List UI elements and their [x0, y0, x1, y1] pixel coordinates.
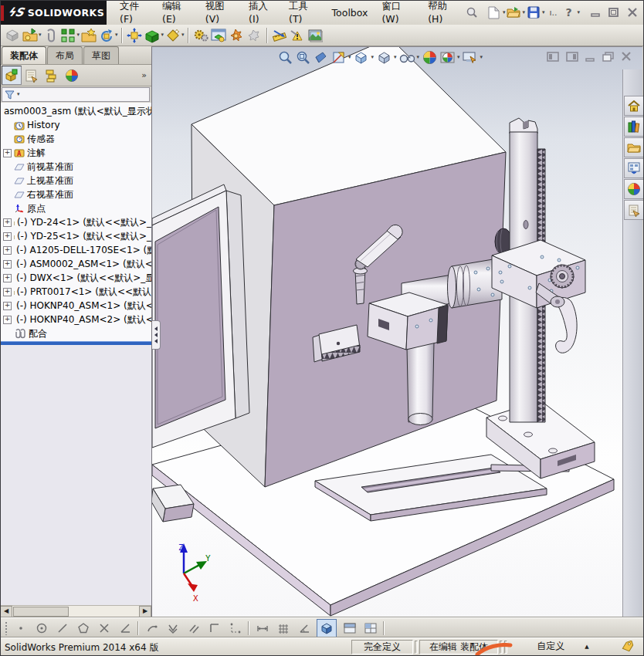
- snap-center-points-icon[interactable]: [33, 620, 49, 636]
- apply-scene-icon[interactable]: [439, 49, 455, 65]
- menu-edit[interactable]: 编辑(E): [155, 0, 198, 28]
- insert-component-icon[interactable]: [3, 26, 21, 44]
- menu-toolbox[interactable]: Toolbox: [325, 4, 375, 22]
- rotate-component-icon[interactable]: [97, 26, 115, 44]
- assembly-features-icon[interactable]: [144, 26, 161, 44]
- show-left-pane-button[interactable]: [547, 52, 559, 62]
- menu-tools[interactable]: 工具(T): [282, 0, 324, 28]
- expand-toggle[interactable]: +: [3, 260, 12, 269]
- open-document-caret[interactable]: ▾: [522, 10, 525, 15]
- tree-item-component[interactable]: + (-) HOKNP40_ASM<1> (默认<: [0, 299, 151, 313]
- expand-toggle[interactable]: +: [3, 232, 12, 241]
- snap-arc-icon[interactable]: [144, 620, 160, 636]
- monitor[interactable]: [152, 184, 249, 448]
- appearance-image-icon[interactable]: [307, 26, 324, 44]
- expand-toggle[interactable]: +: [3, 316, 12, 324]
- tab-assembly[interactable]: 装配体: [2, 46, 46, 64]
- gauge-barrel[interactable]: [407, 343, 434, 425]
- scroll-thumb[interactable]: [13, 607, 69, 617]
- configuration-manager-tab[interactable]: [42, 66, 62, 85]
- appearances-scenes-tab[interactable]: [624, 179, 644, 199]
- menu-window[interactable]: 窗口(W): [375, 0, 421, 28]
- reference-geometry-icon[interactable]: [164, 26, 181, 44]
- menu-insert[interactable]: 插入(I): [242, 0, 282, 28]
- expand-toggle[interactable]: +: [3, 302, 12, 310]
- tree-item-component[interactable]: + (-) YD-24<1> (默认<<默认>_: [0, 215, 151, 229]
- exploded-view-icon[interactable]: [228, 26, 246, 44]
- display-manager-tab[interactable]: [62, 66, 82, 85]
- close-document-button[interactable]: [621, 52, 632, 62]
- previous-view-icon[interactable]: [313, 49, 328, 65]
- manager-overflow[interactable]: »: [141, 70, 147, 80]
- tree-item-origin[interactable]: 原点: [0, 201, 151, 215]
- tree-item-component[interactable]: + (-) ASM0002_ASM<1> (默认<: [0, 257, 151, 271]
- snap-length-icon[interactable]: [254, 620, 270, 636]
- snap-tangent-icon[interactable]: [164, 620, 181, 636]
- view-settings-icon[interactable]: [463, 49, 478, 65]
- scroll-right-button[interactable]: ▶: [139, 606, 151, 617]
- status-custom[interactable]: 自定义 ▲: [509, 640, 617, 653]
- menu-help[interactable]: 帮助(H): [421, 0, 465, 28]
- view-settings-caret[interactable]: ▾: [480, 55, 483, 60]
- edit-appearance-icon[interactable]: [422, 49, 437, 65]
- snap-point-pairs-icon[interactable]: [227, 620, 243, 636]
- tree-item-component[interactable]: + (-) YD-25<1> (默认<<默认>_: [0, 229, 151, 243]
- section-view-icon[interactable]: [330, 49, 346, 65]
- menu-file[interactable]: 文件(F): [113, 0, 155, 28]
- snap-angle-icon[interactable]: [117, 620, 133, 636]
- menu-overflow-icon[interactable]: ı..: [546, 5, 560, 19]
- display-style-caret[interactable]: ▾: [394, 55, 397, 60]
- toolbar-drag-handle[interactable]: [5, 621, 8, 635]
- expand-toggle[interactable]: +: [3, 218, 12, 227]
- scroll-left-button[interactable]: ◀: [0, 606, 12, 617]
- menu-view[interactable]: 视图(V): [198, 0, 242, 28]
- snap-grid-icon[interactable]: [275, 620, 291, 636]
- mate-icon[interactable]: [42, 26, 59, 44]
- minimize-document-button[interactable]: [585, 52, 595, 62]
- tree-item-sensors[interactable]: 传感器: [0, 132, 151, 146]
- view-orientation-icon[interactable]: [354, 49, 369, 65]
- linear-component-pattern-icon[interactable]: [59, 26, 77, 44]
- help-icon[interactable]: ?: [561, 5, 575, 19]
- graphics-area[interactable]: Z Y X ▾ ▾ ▾ ▾ ▾ ▾: [152, 46, 642, 617]
- assembly-model[interactable]: Z Y X: [152, 47, 642, 617]
- tag-icon[interactable]: [621, 641, 635, 653]
- tree-item-annotations[interactable]: + A 注解: [0, 146, 151, 160]
- custom-caret[interactable]: ▲: [585, 644, 588, 650]
- split-view-button[interactable]: [341, 620, 358, 636]
- open-document-icon[interactable]: [507, 5, 520, 19]
- expand-toggle[interactable]: +: [3, 288, 12, 296]
- snap-parallel-icon[interactable]: [185, 620, 202, 636]
- property-manager-tab[interactable]: [22, 66, 42, 85]
- display-style-icon[interactable]: [376, 49, 391, 65]
- new-document-icon[interactable]: [487, 5, 501, 19]
- minimize-button[interactable]: [591, 8, 601, 17]
- component-preview-window-icon[interactable]: [210, 26, 228, 44]
- save-icon[interactable]: [527, 5, 541, 19]
- view-palette-tab[interactable]: [624, 158, 644, 178]
- feature-manager-tab[interactable]: [2, 66, 22, 85]
- tree-item-component[interactable]: + (-) A1205-DELL-170SE<1> (默: [0, 243, 151, 257]
- custom-properties-tab[interactable]: [624, 200, 644, 220]
- help-caret[interactable]: ▾: [577, 10, 580, 15]
- search-icon[interactable]: [465, 5, 478, 19]
- snap-perpendicular-icon[interactable]: [206, 620, 222, 636]
- motion-study-icon[interactable]: [192, 26, 210, 44]
- filter-caret[interactable]: ▾: [17, 92, 20, 97]
- tree-horizontal-scrollbar[interactable]: ◀ ▶: [0, 605, 151, 617]
- panel-splitter-handle[interactable]: [152, 320, 161, 350]
- viewport-grid-button[interactable]: [362, 620, 378, 636]
- open-part-icon[interactable]: [21, 26, 39, 44]
- hide-show-items-caret[interactable]: ▾: [417, 55, 420, 60]
- snap-points-icon[interactable]: [12, 620, 29, 636]
- zoom-to-fit-icon[interactable]: [277, 49, 293, 65]
- file-explorer-tab[interactable]: [624, 137, 644, 157]
- apply-scene-caret[interactable]: ▾: [457, 55, 460, 60]
- restore-button[interactable]: [608, 8, 619, 18]
- tree-item-component[interactable]: + (-) DWX<1> (默认<<默认>_显: [0, 271, 151, 285]
- hide-show-items-icon[interactable]: [399, 49, 415, 65]
- snap-intersections-icon[interactable]: [96, 620, 112, 636]
- close-button[interactable]: [627, 8, 638, 18]
- move-component-icon[interactable]: [126, 26, 144, 44]
- measure-icon[interactable]: [271, 26, 289, 44]
